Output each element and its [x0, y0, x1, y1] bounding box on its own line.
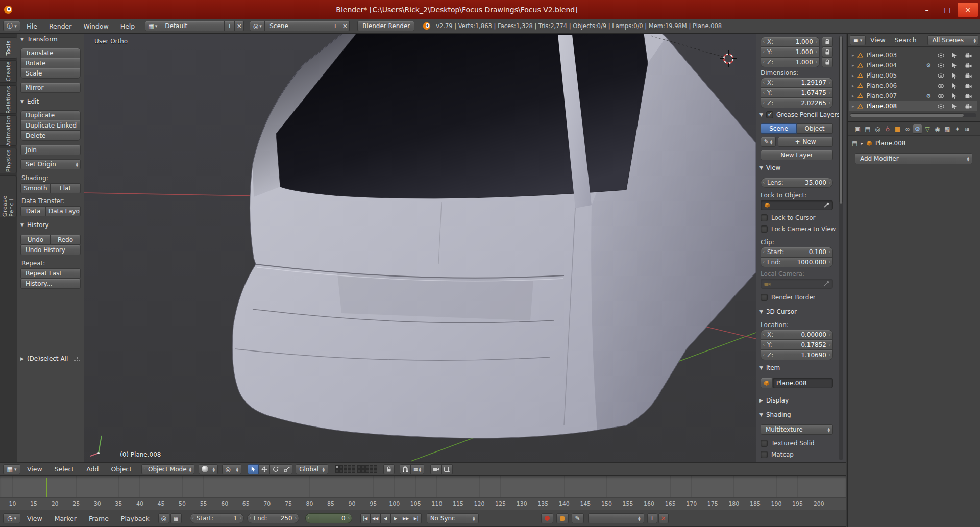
panel-header-item[interactable]: ▼Item — [760, 364, 780, 371]
outliner-item[interactable]: ▸Plane.005 — [849, 70, 977, 81]
viewport-canvas[interactable]: User Ortho (0) Plane.008 — [84, 34, 756, 462]
shade-smooth-button[interactable]: Smooth — [20, 183, 51, 193]
scale-manipulator-button[interactable] — [281, 464, 292, 474]
expand-icon[interactable]: ▸ — [852, 73, 854, 78]
dimension-z-field[interactable]: Z:2.02265 — [761, 98, 833, 108]
screen-layout-delete-button[interactable]: × — [235, 21, 244, 31]
clip-start-field[interactable]: Start:0.100 — [761, 247, 833, 257]
layer-cell[interactable] — [339, 469, 343, 473]
matcap-row[interactable]: Matcap — [761, 451, 794, 458]
shelf-tab-physics[interactable]: Physics — [0, 148, 17, 173]
lens-field[interactable]: Lens:35.000 — [761, 178, 833, 188]
sync-dropdown[interactable]: No Sync▲▼ — [427, 513, 479, 523]
render-border-checkbox[interactable] — [761, 294, 768, 301]
maximize-button[interactable]: □ — [937, 3, 958, 17]
mirror-button[interactable]: Mirror — [20, 83, 81, 93]
panel-drag-grip[interactable] — [74, 357, 80, 361]
layer-cell[interactable] — [357, 469, 361, 473]
viewport-menu-view[interactable]: View — [21, 463, 48, 475]
timeline-menu-view[interactable]: View — [21, 510, 48, 526]
textured-solid-row[interactable]: Textured Solid — [761, 440, 815, 447]
gp-new-layer-button[interactable]: New Layer — [761, 150, 833, 160]
jump-to-end-button[interactable]: ▶| — [411, 513, 422, 523]
outliner-menu-search[interactable]: Search — [890, 34, 921, 46]
editor-type-button[interactable]: ⓘ▾ — [3, 21, 20, 31]
render-engine-dropdown[interactable]: Blender Render — [357, 21, 414, 31]
timeline-menu-frame[interactable]: Frame — [83, 510, 114, 526]
expand-icon[interactable]: ▸ — [852, 104, 854, 109]
properties-tab-world[interactable]: ♁ — [883, 124, 893, 134]
panel-header-history[interactable]: ▼History — [20, 221, 49, 229]
renderability-toggle[interactable] — [964, 94, 972, 98]
shelf-tab-tools[interactable]: Tools — [0, 37, 17, 59]
clip-end-field[interactable]: End:1000.000 — [761, 257, 833, 267]
layer-cell[interactable] — [374, 469, 377, 473]
scene-add-button[interactable]: + — [330, 21, 340, 31]
viewport-menu-add[interactable]: Add — [81, 463, 104, 475]
screen-layout-field[interactable]: Default — [160, 21, 225, 31]
insert-keyframe-button[interactable]: + — [647, 513, 657, 523]
renderability-toggle[interactable] — [964, 63, 972, 68]
layer-cell[interactable] — [361, 469, 365, 473]
layer-cell[interactable] — [370, 469, 373, 473]
snap-element-dropdown[interactable]: ▦▲▼ — [411, 464, 424, 474]
undo-history-button[interactable]: Undo History — [20, 245, 81, 255]
jump-to-start-button[interactable]: |◀ — [360, 513, 371, 523]
viewport-editor-type-button[interactable]: ▦▾ — [3, 464, 20, 474]
menu-render[interactable]: Render — [43, 19, 78, 33]
cursor-x-field[interactable]: X:0.00000 — [761, 330, 833, 340]
scale-button[interactable]: Scale — [20, 68, 81, 79]
layer-cell[interactable] — [339, 465, 343, 469]
viewport-menu-object[interactable]: Object — [105, 463, 137, 475]
grease-pencil-checkbox[interactable] — [766, 111, 773, 118]
layer-cell[interactable] — [348, 469, 351, 473]
opengl-render-still-button[interactable] — [430, 464, 442, 474]
pivot-point-dropdown[interactable]: ◎▲▼ — [222, 464, 241, 474]
frame-start-field[interactable]: Start:1 — [190, 513, 244, 523]
frame-end-field[interactable]: End:250 — [247, 513, 299, 523]
layer-cell[interactable] — [357, 465, 361, 469]
dimension-x-field[interactable]: X:1.29197 — [761, 78, 833, 88]
selectability-toggle[interactable] — [950, 104, 959, 109]
timeline-menu-marker[interactable]: Marker — [49, 510, 82, 526]
layer-cell[interactable] — [335, 465, 339, 469]
shading-mode-dropdown[interactable]: Multitexture▲▼ — [761, 424, 833, 435]
layer-cell[interactable] — [344, 465, 347, 469]
layer-cell[interactable] — [335, 469, 339, 473]
local-camera-field[interactable] — [761, 279, 833, 289]
panel-header-grease-pencil[interactable]: ▼Grease Pencil Layers — [760, 111, 840, 118]
outliner-item[interactable]: ▸Plane.004⚙ — [849, 60, 977, 70]
lock-to-object-field[interactable] — [761, 200, 833, 210]
timeline-editor-type-button[interactable]: ◷▾ — [3, 513, 20, 523]
translate-button[interactable]: Translate — [20, 48, 81, 58]
lock-to-cursor-checkbox[interactable] — [761, 214, 768, 221]
menu-file[interactable]: File — [21, 19, 43, 33]
expand-icon[interactable]: ▸ — [852, 63, 854, 68]
outliner-scrollbar-handle[interactable] — [850, 113, 964, 117]
add-modifier-dropdown[interactable]: Add Modifier▲▼ — [855, 153, 972, 164]
layer-cell[interactable] — [352, 469, 355, 473]
selectability-toggle[interactable] — [950, 83, 959, 89]
outliner-menu-view[interactable]: View — [866, 34, 890, 46]
lock-to-cursor-row[interactable]: Lock to Cursor — [761, 214, 815, 221]
visibility-toggle[interactable] — [937, 94, 945, 98]
lock-scale-y-button[interactable] — [822, 47, 833, 57]
shelf-tab-relations[interactable]: Relations — [0, 85, 17, 114]
properties-tab-particles[interactable]: ✦ — [952, 124, 962, 134]
lock-to-scene-button[interactable] — [383, 464, 395, 474]
scene-field[interactable]: Scene — [265, 21, 330, 31]
keying-set-icon-button[interactable] — [556, 513, 569, 523]
npanel-scrollbar-handle[interactable] — [839, 36, 843, 204]
visibility-toggle[interactable] — [937, 63, 945, 68]
cursor-y-field[interactable]: Y:0.17852 — [761, 340, 833, 350]
gp-source-scene-tab[interactable]: Scene — [761, 123, 797, 134]
cursor-z-field[interactable]: Z:1.10690 — [761, 350, 833, 360]
active-keying-set-dropdown[interactable]: ▲▼ — [588, 513, 644, 523]
properties-tab-scene[interactable]: ◎ — [873, 124, 883, 134]
shelf-tab-create[interactable]: Create — [0, 60, 17, 83]
screen-layout-browse-button[interactable]: ▦▾ — [145, 21, 160, 31]
set-origin-dropdown[interactable]: Set Origin▲▼ — [20, 159, 81, 169]
opengl-render-anim-button[interactable] — [442, 464, 453, 474]
duplicate-button[interactable]: Duplicate — [20, 110, 81, 120]
scene-delete-button[interactable]: × — [340, 21, 350, 31]
